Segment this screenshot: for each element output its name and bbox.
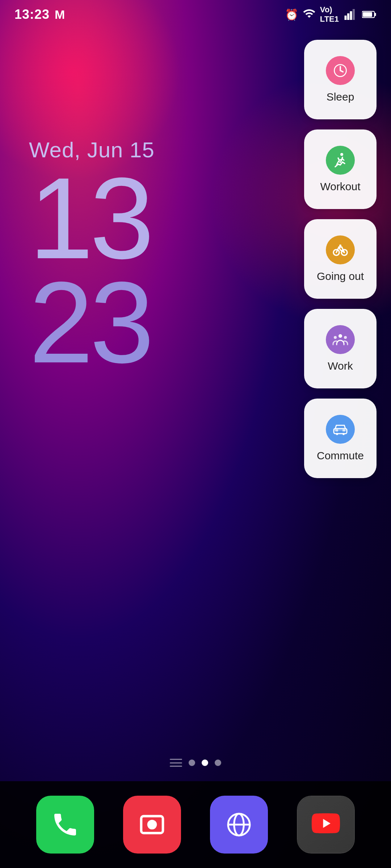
page-indicator-3[interactable] bbox=[215, 760, 221, 766]
svg-point-16 bbox=[336, 433, 338, 435]
dock bbox=[0, 781, 391, 868]
date-clock-widget: Wed, Jun 15 13 23 bbox=[29, 137, 155, 374]
going-out-label: Going out bbox=[317, 270, 364, 282]
svg-rect-6 bbox=[363, 12, 372, 17]
svg-rect-1 bbox=[347, 13, 349, 20]
status-icons: ⏰ Vo)LTE1 bbox=[285, 5, 377, 24]
dock-phone-button[interactable] bbox=[36, 796, 94, 854]
workout-label: Workout bbox=[320, 180, 360, 193]
battery-icon bbox=[362, 8, 377, 21]
page-indicator-1[interactable] bbox=[189, 760, 195, 766]
svg-point-12 bbox=[339, 334, 342, 338]
shortcut-work[interactable]: Work bbox=[304, 309, 377, 388]
clock-hours: 13 bbox=[29, 166, 155, 270]
dock-youtube-button[interactable] bbox=[297, 796, 355, 854]
work-icon-circle bbox=[326, 325, 355, 354]
svg-rect-0 bbox=[345, 16, 347, 20]
clock-minutes: 23 bbox=[29, 270, 155, 374]
dock-browser-button[interactable] bbox=[210, 796, 268, 854]
svg-rect-18 bbox=[335, 429, 338, 431]
svg-point-13 bbox=[334, 336, 337, 339]
volte-icon: Vo)LTE1 bbox=[320, 5, 339, 24]
signal-icon bbox=[343, 8, 358, 21]
svg-point-20 bbox=[147, 820, 157, 830]
svg-point-14 bbox=[344, 336, 347, 339]
going-out-icon-circle bbox=[326, 235, 355, 264]
commute-label: Commute bbox=[317, 450, 364, 462]
shortcut-workout[interactable]: Workout bbox=[304, 129, 377, 209]
commute-icon-circle bbox=[326, 415, 355, 444]
status-time: 13:23 bbox=[14, 7, 50, 22]
svg-rect-3 bbox=[353, 9, 355, 20]
svg-rect-19 bbox=[342, 429, 345, 431]
svg-point-17 bbox=[342, 433, 345, 435]
svg-point-8 bbox=[340, 153, 343, 156]
svg-rect-2 bbox=[350, 11, 352, 20]
shortcut-going-out[interactable]: Going out bbox=[304, 219, 377, 299]
workout-icon-circle bbox=[326, 146, 355, 175]
dock-screen-recorder-button[interactable] bbox=[123, 796, 181, 854]
carrier-label: M bbox=[55, 8, 65, 22]
svg-point-11 bbox=[339, 244, 341, 247]
sleep-label: Sleep bbox=[327, 91, 354, 103]
sleep-icon-circle bbox=[326, 56, 355, 85]
shortcuts-panel: Sleep Workout bbox=[304, 40, 377, 478]
svg-rect-5 bbox=[374, 13, 376, 16]
work-label: Work bbox=[328, 360, 353, 372]
shortcut-sleep[interactable]: Sleep bbox=[304, 40, 377, 119]
page-indicator-2[interactable] bbox=[202, 760, 208, 766]
wifi-icon bbox=[303, 7, 316, 22]
home-screen: 13:23 M ⏰ Vo)LTE1 bbox=[0, 0, 391, 868]
pages-menu-icon[interactable] bbox=[170, 759, 182, 767]
page-indicators bbox=[0, 759, 391, 767]
status-bar: 13:23 M ⏰ Vo)LTE1 bbox=[0, 0, 391, 29]
shortcut-commute[interactable]: Commute bbox=[304, 399, 377, 478]
alarm-icon: ⏰ bbox=[285, 8, 298, 21]
